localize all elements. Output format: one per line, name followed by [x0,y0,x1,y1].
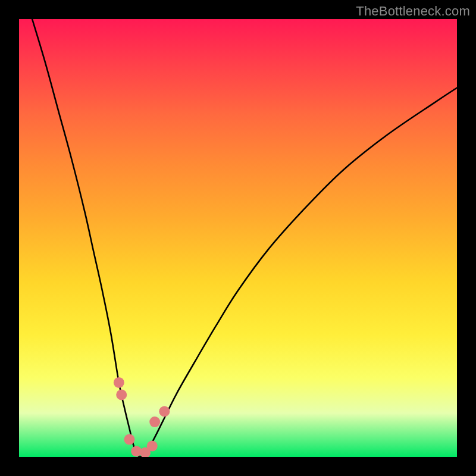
curve-svg [19,19,457,457]
plot-area [19,19,457,457]
marker-dot [114,377,124,388]
bottleneck-curve [32,19,457,457]
watermark-text: TheBottleneck.com [356,4,470,19]
chart-frame: TheBottleneck.com [0,0,476,476]
marker-dot [147,441,158,452]
marker-dot [149,416,160,427]
near-optimum-dots [114,377,170,457]
marker-dot [159,406,170,416]
marker-dot [116,389,127,400]
marker-dot [124,434,134,445]
